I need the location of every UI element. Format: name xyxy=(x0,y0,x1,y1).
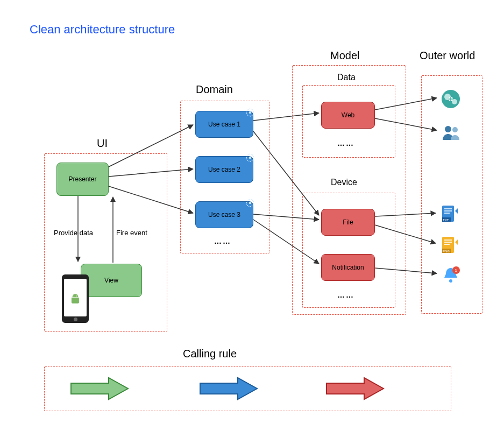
file-txt-icon: TXT xyxy=(439,203,460,225)
device-ellipsis: …… xyxy=(337,291,354,299)
model-label: Model xyxy=(330,50,359,62)
svg-point-13 xyxy=(452,127,458,132)
svg-rect-23 xyxy=(444,244,450,245)
view-node: View xyxy=(81,264,142,297)
usecase-3-node: Use case 3 xyxy=(195,201,253,228)
file-png-icon: PNG xyxy=(439,235,460,256)
svg-rect-17 xyxy=(444,213,450,214)
domain-label: Domain xyxy=(196,83,233,96)
svg-point-0 xyxy=(74,295,74,296)
data-ellipsis: …… xyxy=(337,139,354,147)
svg-rect-16 xyxy=(444,210,452,212)
svg-rect-22 xyxy=(444,242,452,243)
phone-icon xyxy=(62,274,89,323)
globe-icon xyxy=(440,88,462,110)
svg-rect-21 xyxy=(444,239,452,241)
notification-node: Notification xyxy=(321,254,375,281)
svg-point-3 xyxy=(249,111,252,114)
calling-arrow-green xyxy=(70,377,129,400)
usecase-2-node: Use case 2 xyxy=(195,156,253,183)
calling-arrow-red xyxy=(325,377,385,400)
ui-label: UI xyxy=(97,137,108,150)
svg-text:TXT: TXT xyxy=(443,218,449,222)
file-node: File xyxy=(321,209,375,236)
gear-icon xyxy=(245,108,255,117)
provide-data-label: Provide data xyxy=(54,229,93,237)
diagram-title: Clean architecture structure xyxy=(30,23,175,37)
bell-icon: 1 xyxy=(440,265,462,286)
fire-event-label: Fire event xyxy=(116,229,147,237)
gear-icon xyxy=(245,153,255,163)
usecase-1-node: Use case 1 xyxy=(195,111,253,138)
presenter-node: Presenter xyxy=(56,163,109,196)
outer-label: Outer world xyxy=(420,50,475,62)
people-icon xyxy=(440,122,462,143)
svg-point-7 xyxy=(249,202,252,205)
svg-point-5 xyxy=(249,157,252,159)
calling-arrow-blue xyxy=(199,377,258,400)
svg-text:1: 1 xyxy=(455,268,458,273)
domain-ellipsis: …… xyxy=(214,237,231,245)
svg-text:PNG: PNG xyxy=(443,250,450,253)
svg-point-12 xyxy=(445,126,451,132)
svg-point-26 xyxy=(449,279,452,283)
svg-rect-15 xyxy=(444,208,452,209)
web-node: Web xyxy=(321,102,375,129)
calling-rule-label: Calling rule xyxy=(183,348,237,360)
svg-point-1 xyxy=(76,295,77,296)
diagram-canvas: Clean architecture structure UI Domain M… xyxy=(0,0,504,430)
gear-icon xyxy=(245,198,255,208)
